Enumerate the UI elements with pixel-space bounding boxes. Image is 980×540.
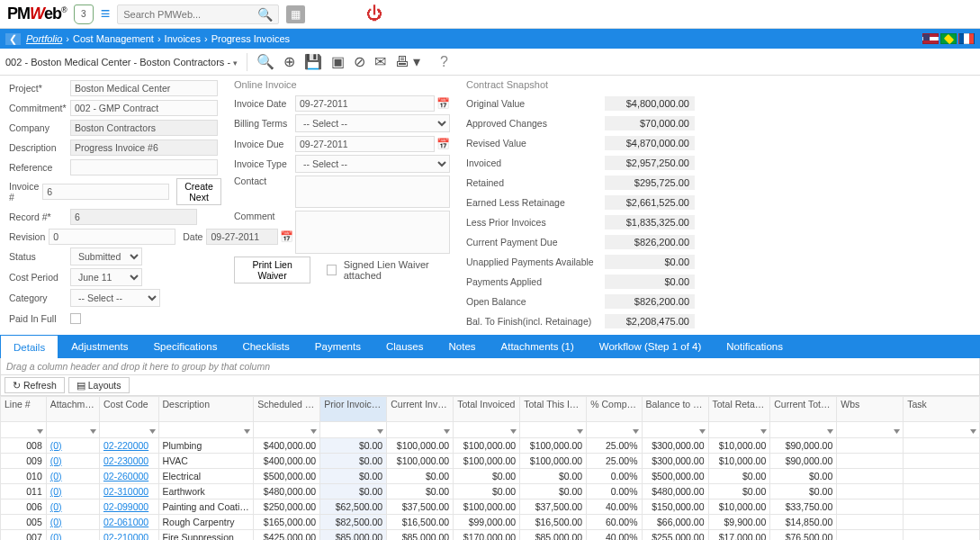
- toolbar-save-icon[interactable]: 💾: [304, 53, 322, 70]
- revision-field[interactable]: [49, 229, 175, 245]
- toolbar-cancel-icon[interactable]: ⊘: [354, 53, 365, 70]
- column-header[interactable]: Description: [158, 397, 254, 422]
- attachments-link[interactable]: (0): [46, 454, 99, 469]
- column-header[interactable]: Total Invoiced: [454, 397, 520, 422]
- create-next-button[interactable]: Create Next: [176, 178, 221, 205]
- toolbar-search-icon[interactable]: 🔍: [256, 53, 274, 70]
- apps-icon[interactable]: ▦: [286, 5, 305, 23]
- calendar-icon[interactable]: 📅: [436, 97, 450, 110]
- search-input[interactable]: [123, 9, 257, 20]
- column-header[interactable]: Attachments: [46, 397, 99, 422]
- flag-us-icon[interactable]: [922, 33, 939, 44]
- filter-icon[interactable]: [828, 426, 832, 436]
- column-header[interactable]: Scheduled Value: [254, 397, 320, 422]
- breadcrumb-item-invoices[interactable]: Invoices: [165, 33, 201, 44]
- column-header[interactable]: Current Invoice: [387, 397, 454, 422]
- table-row[interactable]: 005(0)02-061000Rough Carpentry$165,000.0…: [1, 515, 980, 530]
- invoice-date-field[interactable]: [295, 95, 435, 112]
- project-field[interactable]: [70, 80, 218, 96]
- toolbar-print-icon[interactable]: 🖶 ▾: [395, 53, 420, 70]
- contact-field[interactable]: [295, 176, 450, 208]
- filter-icon[interactable]: [761, 426, 766, 436]
- signed-lien-checkbox[interactable]: [327, 265, 336, 275]
- column-header[interactable]: Balance to Invoice: [642, 397, 708, 422]
- invoice-type-select[interactable]: -- Select --: [295, 155, 450, 173]
- attachments-link[interactable]: (0): [46, 530, 99, 541]
- record-selector[interactable]: 002 - Boston Medical Center - Boston Con…: [5, 57, 238, 68]
- table-row[interactable]: 006(0)02-099000Painting and Coating$250,…: [1, 500, 980, 515]
- column-header[interactable]: Cost Code: [99, 397, 158, 422]
- column-header[interactable]: Total Retained: [708, 397, 770, 422]
- tab-notes[interactable]: Notes: [436, 335, 489, 358]
- table-row[interactable]: 010(0)02-260000Electrical$500,000.00$0.0…: [1, 469, 980, 484]
- attachments-link[interactable]: (0): [46, 438, 99, 454]
- table-row[interactable]: 011(0)02-310000Earthwork$480,000.00$0.00…: [1, 484, 980, 500]
- filter-icon[interactable]: [91, 426, 95, 436]
- paid-in-full-checkbox[interactable]: [70, 313, 81, 324]
- tab-checklists[interactable]: Checklists: [229, 335, 301, 358]
- column-header[interactable]: Total This Invoice: [520, 397, 587, 422]
- breadcrumb-item-cost-mgmt[interactable]: Cost Management: [73, 33, 154, 44]
- category-select[interactable]: -- Select --: [70, 289, 160, 307]
- filter-icon[interactable]: [38, 426, 42, 436]
- column-header[interactable]: Current Total Due: [770, 397, 837, 422]
- toolbar-help-icon[interactable]: ?: [440, 54, 448, 70]
- column-header[interactable]: % Complete: [587, 397, 642, 422]
- table-row[interactable]: 007(0)02-210000Fire Suppression$425,000.…: [1, 530, 980, 541]
- breadcrumb-item-portfolio[interactable]: Portfolio: [26, 33, 62, 44]
- column-header[interactable]: Task: [904, 397, 980, 422]
- comment-field[interactable]: [295, 211, 450, 254]
- costcode-link[interactable]: 02-210000: [99, 530, 158, 541]
- filter-icon[interactable]: [150, 426, 155, 436]
- tab-attachments-1-[interactable]: Attachments (1): [489, 335, 587, 358]
- tab-details[interactable]: Details: [0, 335, 58, 358]
- calendar-icon[interactable]: 📅: [436, 138, 450, 150]
- costcode-link[interactable]: 02-310000: [99, 484, 158, 500]
- filter-icon[interactable]: [895, 426, 899, 436]
- layouts-button[interactable]: ▤ Layouts: [68, 377, 130, 393]
- tab-notifications[interactable]: Notifications: [714, 335, 796, 358]
- flag-fr-icon[interactable]: [958, 33, 975, 44]
- costcode-link[interactable]: 02-260000: [99, 469, 158, 484]
- shield-badge[interactable]: 3: [74, 4, 94, 24]
- tab-adjustments[interactable]: Adjustments: [58, 335, 140, 358]
- filter-icon[interactable]: [578, 426, 582, 436]
- column-header[interactable]: Line #: [1, 397, 47, 422]
- filter-icon[interactable]: [311, 426, 316, 436]
- attachments-link[interactable]: (0): [46, 500, 99, 515]
- column-header[interactable]: Prior Invoices ▲: [320, 397, 387, 422]
- breadcrumb-back-icon[interactable]: ❮: [5, 33, 21, 45]
- filter-icon[interactable]: [245, 426, 249, 436]
- column-header[interactable]: Wbs: [837, 397, 904, 422]
- cost-period-select[interactable]: June 11: [70, 268, 142, 286]
- breadcrumb-item-progress-invoices[interactable]: Progress Invoices: [211, 33, 290, 44]
- filter-icon[interactable]: [634, 426, 638, 436]
- costcode-link[interactable]: 02-220000: [99, 438, 158, 454]
- tab-workflow-step-1-of-4-[interactable]: Workflow (Step 1 of 4): [587, 335, 715, 358]
- billing-terms-select[interactable]: -- Select --: [295, 114, 450, 132]
- menu-icon[interactable]: ≡: [101, 4, 111, 23]
- refresh-button[interactable]: ↻ Refresh: [4, 377, 65, 393]
- invoice-no-field[interactable]: [42, 184, 169, 200]
- tab-specifications[interactable]: Specifications: [140, 335, 229, 358]
- table-row[interactable]: 008(0)02-220000Plumbing$400,000.00$0.00$…: [1, 438, 980, 454]
- toolbar-saveexit-icon[interactable]: ▣: [331, 53, 345, 70]
- commitment-field[interactable]: [70, 100, 218, 116]
- filter-icon[interactable]: [971, 426, 976, 436]
- search-icon[interactable]: 🔍: [257, 7, 273, 22]
- status-select[interactable]: Submitted: [70, 248, 142, 266]
- tab-payments[interactable]: Payments: [302, 335, 373, 358]
- tab-clauses[interactable]: Clauses: [373, 335, 436, 358]
- power-icon[interactable]: ⏻: [366, 4, 382, 23]
- costcode-link[interactable]: 02-061000: [99, 515, 158, 530]
- costcode-link[interactable]: 02-230000: [99, 454, 158, 469]
- invoice-due-field[interactable]: [295, 136, 435, 152]
- attachments-link[interactable]: (0): [46, 484, 99, 500]
- print-lien-waiver-button[interactable]: Print Lien Waiver: [234, 256, 310, 284]
- filter-icon[interactable]: [700, 426, 705, 436]
- reference-field[interactable]: [70, 159, 218, 176]
- attachments-link[interactable]: (0): [46, 515, 99, 530]
- toolbar-email-icon[interactable]: ✉: [374, 53, 386, 70]
- filter-icon[interactable]: [511, 426, 516, 436]
- attachments-link[interactable]: (0): [46, 469, 99, 484]
